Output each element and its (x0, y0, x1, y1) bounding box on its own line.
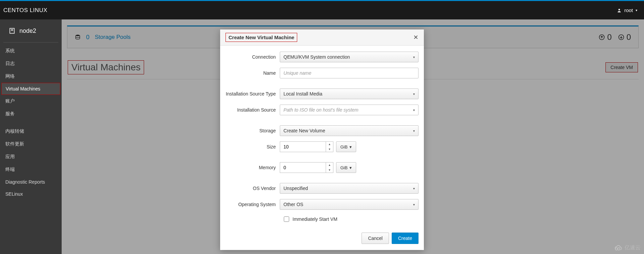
label-connection: Connection (226, 54, 280, 60)
server-icon (9, 27, 15, 35)
modal-title: Create New Virtual Machine (226, 33, 297, 42)
chevron-down-icon: ▾ (413, 129, 415, 133)
install-source-select[interactable]: Path to ISO file on host's file system ▾ (280, 105, 418, 115)
spin-up-icon[interactable]: ▲ (326, 163, 333, 168)
label-os-vendor: OS Vendor (226, 186, 280, 191)
size-input[interactable] (280, 141, 333, 152)
spin-down-icon[interactable]: ▼ (326, 168, 333, 173)
sidebar-item-apps[interactable]: 应用 (0, 150, 62, 163)
sidebar-item-network[interactable]: 网络 (0, 70, 62, 83)
spin-down-icon[interactable]: ▼ (326, 147, 333, 152)
svg-point-7 (615, 248, 618, 250)
chevron-down-icon: ▾ (413, 55, 415, 59)
sidebar-item-logs[interactable]: 日志 (0, 57, 62, 70)
label-memory: Memory (226, 165, 280, 170)
user-name: root (624, 7, 633, 13)
sidebar-item-selinux[interactable]: SELinux (0, 188, 62, 200)
sidebar: node2 系统 日志 网络 Virtual Machines 账户 服务 内核… (0, 19, 62, 254)
caret-down-icon: ▾ (636, 8, 637, 12)
connection-select[interactable]: QEMU/KVM System connection ▾ (280, 52, 418, 62)
cloud-icon (613, 245, 623, 251)
memory-input-wrap: ▲▼ (280, 162, 333, 173)
create-button[interactable]: Create (392, 233, 418, 244)
memory-unit-select[interactable]: GiB ▾ (336, 162, 356, 173)
size-unit-select[interactable]: GiB ▾ (336, 141, 356, 152)
label-os: Operating System (226, 202, 280, 207)
close-icon (413, 35, 418, 40)
sidebar-item-virtual-machines[interactable]: Virtual Machines (1, 83, 60, 95)
install-type-select[interactable]: Local Install Media ▾ (280, 88, 418, 99)
label-install-source: Installation Source (226, 107, 280, 113)
sidebar-item-diagnostic[interactable]: Diagnostic Reports (0, 176, 62, 188)
name-input[interactable] (280, 68, 418, 78)
cancel-button[interactable]: Cancel (362, 233, 389, 244)
brand-title: CENTOS LINUX (3, 7, 47, 14)
storage-select[interactable]: Create New Volume ▾ (280, 125, 418, 136)
sidebar-item-terminal[interactable]: 终端 (0, 163, 62, 176)
create-vm-modal: Create New Virtual Machine Connection QE… (220, 29, 424, 250)
chevron-down-icon: ▾ (349, 165, 352, 170)
chevron-down-icon: ▾ (413, 92, 415, 96)
sidebar-item-kdump[interactable]: 内核转储 (0, 125, 62, 138)
sidebar-item-services[interactable]: 服务 (0, 108, 62, 120)
host-header[interactable]: node2 (3, 23, 58, 43)
sidebar-item-accounts[interactable]: 账户 (0, 95, 62, 108)
spin-up-icon[interactable]: ▲ (326, 142, 333, 147)
host-name: node2 (19, 27, 36, 35)
label-install-type: Installation Source Type (226, 91, 280, 97)
svg-point-0 (619, 9, 620, 10)
label-size: Size (226, 144, 280, 149)
chevron-down-icon: ▾ (349, 144, 352, 149)
modal-close-button[interactable] (413, 33, 418, 42)
memory-input[interactable] (280, 162, 333, 173)
label-immediately: Immediately Start VM (293, 216, 337, 222)
label-name: Name (226, 70, 280, 76)
user-menu[interactable]: root ▾ (617, 7, 637, 13)
os-vendor-select[interactable]: Unspecified ▾ (280, 183, 418, 194)
chevron-down-icon: ▾ (413, 187, 415, 190)
chevron-down-icon: ▾ (413, 203, 415, 206)
sidebar-item-system[interactable]: 系统 (0, 45, 62, 57)
top-bar: CENTOS LINUX root ▾ (0, 0, 644, 19)
immediately-start-checkbox[interactable] (284, 216, 289, 222)
watermark: 亿速云 (613, 244, 641, 251)
os-select[interactable]: Other OS ▾ (280, 199, 418, 210)
chevron-down-icon: ▾ (413, 108, 415, 112)
sidebar-item-updates[interactable]: 软件更新 (0, 138, 62, 150)
user-icon (617, 8, 622, 13)
svg-point-8 (618, 248, 620, 250)
label-storage: Storage (226, 128, 280, 133)
size-input-wrap: ▲▼ (280, 141, 333, 152)
